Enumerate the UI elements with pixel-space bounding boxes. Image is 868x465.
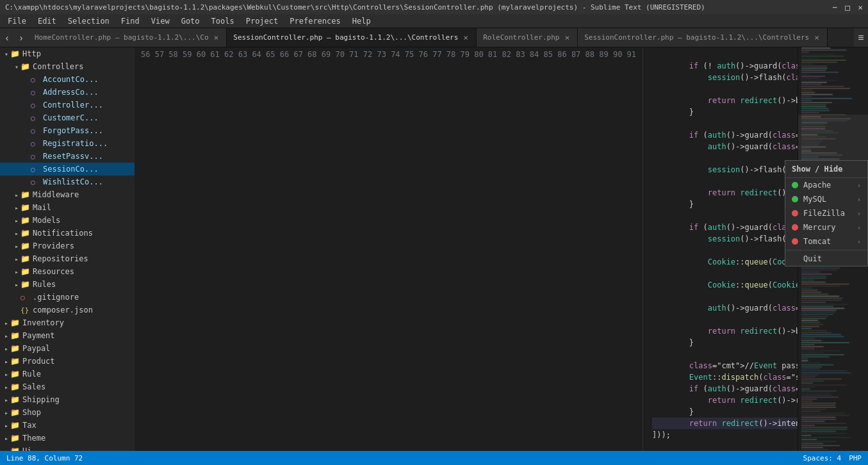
- sidebar-item-7[interactable]: ○Registratio...: [0, 137, 135, 150]
- menu-tools[interactable]: Tools: [206, 15, 240, 27]
- tree-arrow-30: ▸: [3, 435, 10, 442]
- tree-label-3: AddressCo...: [43, 88, 99, 97]
- ctx-item-mysql[interactable]: MySQL›: [785, 192, 867, 206]
- ctx-item-tomcat[interactable]: Tomcat›: [785, 234, 867, 249]
- sidebar-item-27[interactable]: ▸📁Shipping: [0, 393, 135, 406]
- menu-goto[interactable]: Goto: [176, 15, 205, 27]
- sidebar-item-28[interactable]: ▸📁Shop: [0, 406, 135, 419]
- sidebar-item-12[interactable]: ▸📁Mail: [0, 201, 135, 214]
- ctx-label-mysql: MySQL: [803, 195, 826, 204]
- sidebar-item-14[interactable]: ▸📁Notifications: [0, 227, 135, 240]
- sidebar-item-10[interactable]: ○WishlistCo...: [0, 175, 135, 188]
- sidebar-item-2[interactable]: ○AccountCo...: [0, 73, 135, 86]
- sidebar-item-24[interactable]: ▸📁Product: [0, 355, 135, 368]
- tab-close-1[interactable]: ×: [462, 33, 470, 42]
- ctx-dot-apache: [792, 182, 798, 188]
- sidebar-item-15[interactable]: ▸📁Providers: [0, 240, 135, 252]
- sidebar-item-5[interactable]: ○CustomerC...: [0, 111, 135, 124]
- tree-icon-11: 📁: [20, 190, 31, 199]
- tree-label-8: ResetPassv...: [43, 152, 103, 161]
- sidebar-item-19[interactable]: ○.gitignore: [0, 291, 135, 304]
- tree-arrow-11: ▸: [13, 192, 20, 199]
- context-menu: Show / Hide Apache›MySQL›FileZilla›Mercu…: [785, 160, 868, 266]
- sidebar-item-29[interactable]: ▸📁Tax: [0, 419, 135, 432]
- tree-icon-19: ○: [20, 293, 31, 302]
- sidebar-item-22[interactable]: ▸📁Payment: [0, 329, 135, 342]
- ctx-item-filezilla[interactable]: FileZilla›: [785, 206, 867, 220]
- sidebar-item-30[interactable]: ▸📁Theme: [0, 432, 135, 445]
- tree-icon-29: 📁: [10, 421, 20, 430]
- menu-find[interactable]: Find: [116, 15, 145, 27]
- sidebar-item-26[interactable]: ▸📁Sales: [0, 380, 135, 393]
- sidebar-item-17[interactable]: ▸📁Resources: [0, 265, 135, 278]
- menu-file[interactable]: File: [3, 15, 31, 27]
- tree-arrow-24: ▸: [3, 358, 10, 365]
- tab-close-2[interactable]: ×: [563, 33, 571, 42]
- tree-arrow-23: ▸: [3, 345, 10, 352]
- editor-area: 56 57 58 59 60 61 62 63 64 65 66 67 68 6…: [135, 47, 798, 451]
- tree-icon-20: {}: [20, 306, 31, 314]
- sidebar-item-4[interactable]: ○Controller...: [0, 99, 135, 111]
- menu-project[interactable]: Project: [241, 15, 284, 27]
- ctx-item-apache[interactable]: Apache›: [785, 178, 867, 192]
- tree-label-15: Providers: [33, 241, 74, 250]
- tree-label-4: Controller...: [43, 101, 103, 110]
- sidebar-item-31[interactable]: ▸📁Ui: [0, 445, 135, 451]
- tree-label-7: Registratio...: [43, 139, 108, 148]
- tab-1[interactable]: SessionController.php — bagisto-1.1.2\..…: [227, 28, 477, 47]
- tab-label-2: RoleController.php: [483, 33, 559, 42]
- tree-label-30: Theme: [22, 434, 45, 443]
- tree-label-24: Product: [22, 357, 55, 366]
- code-area[interactable]: 56 57 58 59 60 61 62 63 64 65 66 67 68 6…: [135, 47, 798, 451]
- menu-help[interactable]: Help: [347, 15, 376, 27]
- tab-3[interactable]: SessionController.php — bagisto-1.1.2\..…: [578, 28, 828, 47]
- tree-arrow-17: ▸: [13, 268, 20, 275]
- tree-label-1: Controllers: [33, 62, 83, 71]
- sidebar-item-11[interactable]: ▸📁Middleware: [0, 188, 135, 201]
- sidebar-item-25[interactable]: ▸📁Rule: [0, 368, 135, 380]
- tree-arrow-14: ▸: [13, 230, 20, 237]
- tab-0[interactable]: HomeController.php — bagisto-1.1.2\...\C…: [28, 28, 227, 47]
- sidebar-item-13[interactable]: ▸📁Models: [0, 214, 135, 227]
- tree-arrow-15: ▸: [13, 243, 20, 250]
- tree-arrow-27: ▸: [3, 396, 10, 404]
- tree-label-18: Rules: [33, 280, 56, 289]
- sidebar-item-8[interactable]: ○ResetPassv...: [0, 150, 135, 163]
- tab-nav-next[interactable]: ›: [14, 28, 28, 47]
- window-title: C:\xampp\htdocs\mylaravelprojects\bagist…: [5, 3, 705, 12]
- menu-edit[interactable]: Edit: [33, 15, 61, 27]
- tab-overflow-button[interactable]: ≡: [854, 28, 868, 47]
- code-content[interactable]: if (! auth()->guard(class="str">'custome…: [643, 47, 798, 451]
- ctx-item-mercury[interactable]: Mercury›: [785, 220, 867, 234]
- sidebar-item-21[interactable]: ▸📁Inventory: [0, 316, 135, 329]
- ctx-dot-filezilla: [792, 210, 798, 216]
- tree-label-31: Ui: [22, 446, 31, 451]
- tab-2[interactable]: RoleController.php ×: [477, 28, 578, 47]
- menu-selection[interactable]: Selection: [63, 15, 115, 27]
- sidebar-item-9[interactable]: ○SessionCo...: [0, 163, 135, 175]
- sidebar-item-1[interactable]: ▾📁Controllers: [0, 60, 135, 73]
- sidebar-item-18[interactable]: ▸📁Rules: [0, 278, 135, 291]
- tab-close-3[interactable]: ×: [813, 33, 821, 42]
- tab-close-0[interactable]: ×: [213, 33, 220, 42]
- window-controls[interactable]: − □ ×: [833, 3, 863, 12]
- minimize-button[interactable]: −: [833, 3, 838, 12]
- menu-preferences[interactable]: Preferences: [284, 15, 345, 27]
- sidebar-item-23[interactable]: ▸📁Paypal: [0, 342, 135, 355]
- sidebar-item-6[interactable]: ○ForgotPass...: [0, 124, 135, 137]
- status-left: Line 88, Column 72: [6, 454, 83, 462]
- sidebar-item-3[interactable]: ○AddressCo...: [0, 86, 135, 99]
- close-button[interactable]: ×: [858, 3, 863, 12]
- ctx-item-quit[interactable]: Quit: [785, 252, 867, 266]
- tab-label-1: SessionController.php — bagisto-1.1.2\..…: [233, 33, 458, 42]
- tree-icon-4: ○: [31, 101, 41, 110]
- sidebar-item-0[interactable]: ▾📁Http: [0, 47, 135, 60]
- ctx-label-apache: Apache: [803, 181, 831, 190]
- tab-nav-prev[interactable]: ‹: [0, 28, 14, 47]
- tree-icon-14: 📁: [20, 229, 31, 238]
- menu-view[interactable]: View: [146, 15, 175, 27]
- sidebar-item-20[interactable]: {}composer.json: [0, 304, 135, 316]
- tree-arrow-1: ▾: [13, 63, 20, 70]
- sidebar-item-16[interactable]: ▸📁Repositories: [0, 252, 135, 265]
- maximize-button[interactable]: □: [845, 3, 850, 12]
